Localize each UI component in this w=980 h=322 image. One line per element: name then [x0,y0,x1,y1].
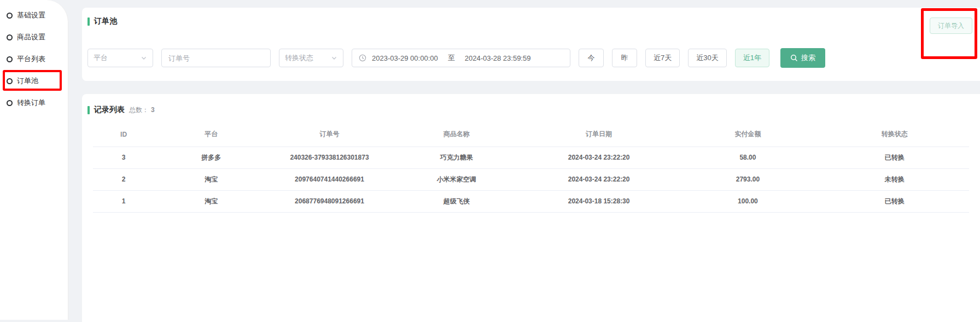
table-row: 3 拼多多 240326-379338126301873 巧克力糖果 2024-… [93,147,969,168]
records-table: ID 平台 订单号 商品名称 订单日期 实付金额 转换状态 3 拼多多 2403… [93,122,969,213]
date-range-picker[interactable]: 2023-03-29 00:00:00 至 2024-03-28 23:59:5… [352,49,570,67]
records-panel: 记录列表 总数： 3 ID 平台 订单号 商品名称 订单日期 实付金额 转换状态… [82,94,980,322]
panel-title: 订单池 [82,8,980,26]
sidebar-item-label: 基础设置 [17,10,45,20]
cell-order-no: 240326-379338126301873 [268,147,390,168]
circle-outline-icon [7,56,13,62]
date-end-value: 2024-03-28 23:59:59 [465,54,531,62]
cell-convert-status: 未转换 [820,168,969,190]
cell-order-no: 2068776948091266691 [268,190,390,212]
order-no-input[interactable] [168,54,264,62]
table-row: 1 淘宝 2068776948091266691 超级飞侠 2024-03-18… [93,190,969,212]
sidebar-item-label: 转换订单 [17,98,45,108]
cell-order-no: 2097640741440266691 [268,168,390,190]
clock-icon [359,54,366,62]
table-row: 2 淘宝 2097640741440266691 小米米家空调 2024-03-… [93,168,969,190]
circle-outline-icon [7,100,13,106]
sidebar: 基础设置 商品设置 平台列表 订单池 转换订单 [0,0,68,320]
cell-paid-amount: 100.00 [675,190,820,212]
cell-paid-amount: 2793.00 [675,168,820,190]
magnifier-icon [790,54,798,62]
sidebar-item-platform-list[interactable]: 平台列表 [0,48,68,70]
title-accent-bar [88,17,90,26]
sidebar-item-convert-orders[interactable]: 转换订单 [0,92,68,114]
records-total-label: 总数： [129,106,149,115]
sidebar-item-product-settings[interactable]: 商品设置 [0,26,68,48]
cell-convert-status: 已转换 [820,190,969,212]
page-title: 订单池 [94,16,117,26]
cell-platform: 淘宝 [154,168,268,190]
cell-paid-amount: 58.00 [675,147,820,168]
circle-outline-icon [7,34,13,40]
quick-range-1year-button[interactable]: 近1年 [735,49,769,67]
sidebar-item-label: 订单池 [17,76,38,86]
cell-convert-status: 已转换 [820,147,969,168]
cell-id: 1 [93,190,154,212]
cell-platform: 拼多多 [154,147,268,168]
cell-order-date: 2024-03-24 23:22:20 [522,147,675,168]
chevron-down-icon [141,55,147,61]
col-header-id: ID [93,122,154,147]
sidebar-item-basic-settings[interactable]: 基础设置 [0,4,68,26]
sidebar-item-label: 平台列表 [17,54,45,64]
circle-outline-icon [7,13,13,19]
col-header-product-name: 商品名称 [391,122,522,147]
col-header-platform: 平台 [154,122,268,147]
cell-product-name: 超级飞侠 [391,190,522,212]
order-no-field-wrap [161,49,271,67]
quick-range-today-button[interactable]: 今 [579,49,604,67]
cell-order-date: 2024-03-18 15:28:30 [522,190,675,212]
quick-range-7days-button[interactable]: 近7天 [645,49,680,67]
platform-select-placeholder: 平台 [94,53,108,63]
cell-id: 2 [93,168,154,190]
search-button[interactable]: 搜索 [780,48,825,68]
table-header-row: ID 平台 订单号 商品名称 订单日期 实付金额 转换状态 [93,122,969,147]
sidebar-item-label: 商品设置 [17,32,45,42]
records-title: 记录列表 [94,105,125,115]
records-total-value: 3 [151,106,155,114]
title-accent-bar [88,106,90,114]
col-header-convert-status: 转换状态 [820,122,969,147]
cell-order-date: 2024-03-24 23:22:20 [522,168,675,190]
order-import-button[interactable]: 订单导入 [930,17,972,34]
cell-id: 3 [93,147,154,168]
convert-status-select[interactable]: 转换状态 [279,49,343,67]
quick-range-yesterday-button[interactable]: 昨 [612,49,637,67]
date-separator: 至 [448,53,455,63]
circle-outline-icon [7,78,13,84]
convert-status-placeholder: 转换状态 [285,53,313,63]
cell-product-name: 巧克力糖果 [391,147,522,168]
filter-bar: 平台 转换状态 2023-03-29 00:00:00 至 2024-0 [88,48,825,68]
sidebar-item-order-pool[interactable]: 订单池 [0,70,68,92]
cell-product-name: 小米米家空调 [391,168,522,190]
platform-select[interactable]: 平台 [88,49,153,67]
search-button-label: 搜索 [801,53,815,63]
col-header-paid-amount: 实付金额 [675,122,820,147]
date-start-value: 2023-03-29 00:00:00 [372,54,438,62]
records-title-row: 记录列表 总数： 3 [82,94,980,115]
chevron-down-icon [331,55,337,61]
col-header-order-no: 订单号 [268,122,390,147]
quick-range-30days-button[interactable]: 近30天 [688,49,726,67]
col-header-order-date: 订单日期 [522,122,675,147]
cell-platform: 淘宝 [154,190,268,212]
order-pool-panel: 订单池 订单导入 平台 转换状态 2023-03-2 [82,8,980,81]
